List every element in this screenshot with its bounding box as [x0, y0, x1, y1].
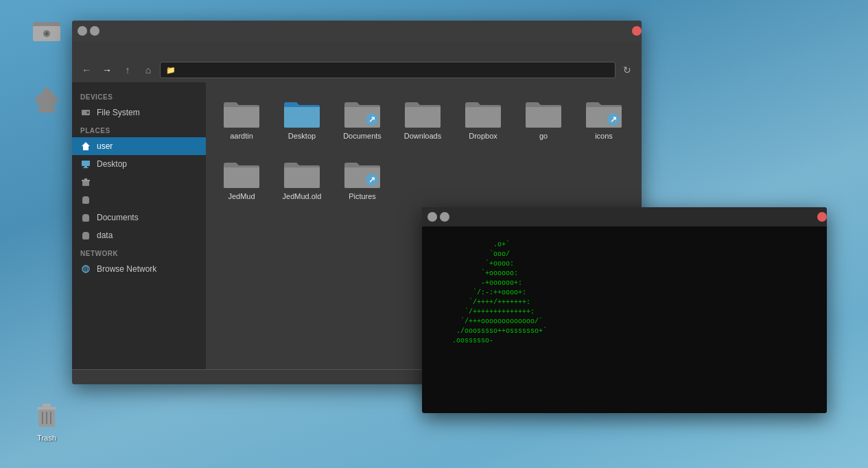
- file-label-icons: icons: [595, 132, 613, 140]
- file-label-aardtin: aardtin: [230, 132, 253, 140]
- close-button[interactable]: [632, 26, 642, 36]
- desktop-icon-trash[interactable]: Trash: [19, 398, 74, 442]
- sidebar-item-documents[interactable]: Documents: [72, 209, 206, 226]
- devices-label: DEVICES: [72, 88, 206, 104]
- terminal-minimize[interactable]: [427, 212, 437, 222]
- network-label: NETWORK: [72, 244, 206, 260]
- file-label-downloads: Downloads: [404, 132, 441, 140]
- toolbar: ← → ↑ ⌂ 📁 ↻: [72, 58, 642, 82]
- svg-text:↗: ↗: [368, 175, 375, 185]
- menu-help[interactable]: [132, 48, 143, 51]
- folder-icon-small: 📁: [166, 66, 176, 75]
- trash-icon: [30, 398, 63, 431]
- file-item-go[interactable]: go: [516, 91, 571, 145]
- network-icon: [80, 264, 91, 274]
- file-label-desktop: Desktop: [288, 132, 316, 140]
- home-icon: [30, 82, 63, 115]
- data-icon: [80, 230, 91, 241]
- file-item-aardtin[interactable]: aardtin: [214, 91, 269, 145]
- svg-point-3: [45, 32, 48, 35]
- svg-rect-7: [43, 403, 51, 408]
- folder-aardtin-icon: [222, 96, 261, 129]
- svg-rect-16: [84, 166, 87, 167]
- places-label: PLACES: [72, 121, 206, 137]
- folder-documents-icon: ↗: [343, 96, 382, 129]
- svg-text:↗: ↗: [368, 115, 375, 124]
- file-label-pictures: Pictures: [349, 192, 376, 200]
- home-button[interactable]: ⌂: [139, 61, 157, 79]
- back-button[interactable]: ←: [78, 61, 95, 79]
- desktop-sidebar-label: Desktop: [97, 159, 127, 169]
- desktop-sidebar-icon: [80, 159, 91, 169]
- svg-rect-18: [82, 180, 89, 186]
- browse-network-label: Browse Network: [97, 264, 156, 274]
- terminal-controls: [427, 212, 449, 222]
- sidebar-item-downloads[interactable]: [72, 191, 206, 209]
- file-label-jedmud: JedMud: [228, 192, 255, 200]
- filesystem-sidebar-label: File System: [97, 108, 140, 117]
- user-home-icon: [80, 141, 91, 152]
- svg-text:↗: ↗: [610, 115, 617, 124]
- file-label-dropbox: Dropbox: [469, 132, 497, 140]
- minimize-button[interactable]: [78, 26, 87, 36]
- maximize-button[interactable]: [90, 26, 99, 36]
- file-item-dropbox[interactable]: Dropbox: [456, 91, 511, 145]
- desktop-icon-home[interactable]: [19, 82, 74, 118]
- folder-go-icon: [524, 96, 563, 129]
- folder-dropbox-icon: [464, 96, 502, 129]
- file-item-pictures[interactable]: ↗ Pictures: [335, 151, 390, 206]
- svg-rect-20: [84, 178, 87, 180]
- sidebar-item-data[interactable]: data: [72, 226, 206, 244]
- file-item-jedmud-old[interactable]: JedMud.old: [274, 151, 329, 206]
- file-manager-titlebar: [72, 21, 642, 41]
- desktop-icon-filesystem[interactable]: [19, 14, 74, 49]
- menu-go[interactable]: [119, 48, 130, 51]
- svg-point-13: [87, 112, 89, 113]
- sidebar-item-trash[interactable]: [72, 173, 206, 191]
- terminal-window: .o+` `ooo/ `+oooo: `+oooooo: -+oooooo+: …: [422, 207, 827, 413]
- trash-desktop-label: Trash: [37, 434, 56, 442]
- folder-pictures-icon: ↗: [343, 156, 382, 189]
- address-bar[interactable]: 📁: [160, 62, 615, 78]
- svg-marker-4: [33, 86, 60, 113]
- terminal-ascii-art: .o+` `ooo/ `+oooo: `+oooooo: -+oooooo+: …: [427, 231, 606, 409]
- menu-edit[interactable]: [91, 48, 102, 51]
- terminal-body: .o+` `ooo/ `+oooo: `+oooooo: -+oooooo+: …: [422, 226, 827, 413]
- file-item-jedmud[interactable]: JedMud: [214, 151, 269, 206]
- data-sidebar-label: data: [97, 231, 113, 240]
- file-label-documents: Documents: [343, 132, 382, 140]
- file-item-downloads[interactable]: Downloads: [395, 91, 450, 145]
- menubar: [72, 41, 642, 58]
- file-item-icons[interactable]: ↗ icons: [576, 91, 631, 145]
- up-button[interactable]: ↑: [119, 61, 137, 79]
- folder-desktop-icon: [283, 96, 321, 129]
- downloads-icon: [80, 194, 91, 205]
- trash-sidebar-icon: [80, 176, 91, 187]
- menu-file[interactable]: [78, 48, 89, 51]
- sidebar-item-user[interactable]: user: [72, 137, 206, 155]
- refresh-button[interactable]: ↻: [618, 61, 636, 79]
- file-item-documents[interactable]: ↗ Documents: [335, 91, 390, 145]
- terminal-maximize[interactable]: [440, 212, 449, 222]
- file-label-jedmud-old: JedMud.old: [283, 192, 322, 200]
- documents-icon: [80, 212, 91, 223]
- sidebar-item-desktop[interactable]: Desktop: [72, 155, 206, 173]
- forward-button[interactable]: →: [98, 61, 116, 79]
- file-item-desktop[interactable]: Desktop: [274, 91, 329, 145]
- sidebar-item-filesystem[interactable]: File System: [72, 104, 206, 121]
- window-controls: [78, 26, 99, 36]
- svg-marker-14: [82, 142, 90, 150]
- user-label: user: [97, 141, 113, 151]
- filesystem-icon: [30, 14, 63, 47]
- sidebar: DEVICES File System PLACES: [72, 82, 206, 369]
- terminal-titlebar: [422, 207, 827, 226]
- folder-jedmud-icon: [222, 156, 261, 189]
- drive-icon: [80, 107, 91, 118]
- terminal-close[interactable]: [817, 212, 827, 222]
- svg-rect-17: [83, 167, 89, 168]
- sidebar-item-network[interactable]: Browse Network: [72, 260, 206, 278]
- file-label-go: go: [539, 132, 548, 140]
- folder-icons-icon: ↗: [585, 96, 623, 129]
- menu-view[interactable]: [105, 48, 116, 51]
- svg-rect-15: [82, 161, 90, 166]
